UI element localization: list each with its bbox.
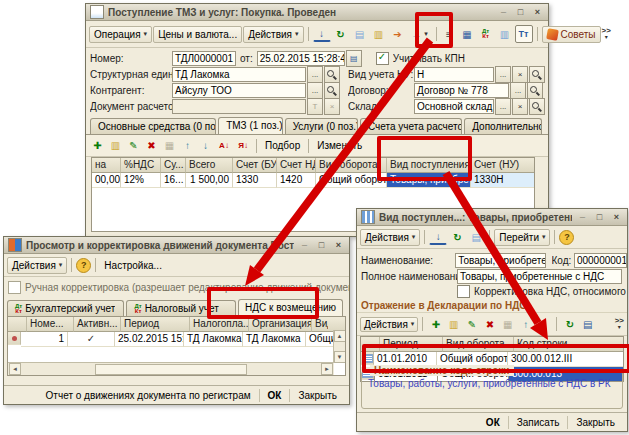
save-icon[interactable]: ↓ [429,230,447,245]
actions-menu-button[interactable]: Действия [360,317,418,332]
actions-menu-button[interactable]: Действия [243,26,303,43]
date-input[interactable]: 25.02.2015 15:28:4 [257,51,345,66]
t-button[interactable]: Т [307,98,323,115]
goto-menu-button[interactable]: Перейти [494,229,550,246]
calendar-icon[interactable]: ▤ [346,50,362,67]
lookup-button[interactable] [324,66,340,83]
add-row-icon[interactable]: ✚ [89,137,106,155]
cell-line-code[interactable]: 300.00.012.III [508,352,623,367]
new-document-icon[interactable]: ▤ [351,25,369,43]
cell-account-bu[interactable]: 1330 [233,173,277,188]
scroll-left-icon[interactable] [9,363,21,375]
close-button[interactable]: Закрыть [567,416,623,429]
column-header[interactable]: Организация [249,317,312,332]
copy-row-icon[interactable]: ▥ [445,315,462,333]
minimize-button[interactable] [576,212,589,223]
cell-number[interactable]: 1 [21,332,68,347]
column-header[interactable]: Активн... [74,317,121,332]
number-input[interactable]: ТДЛ0000001 [172,51,236,66]
column-header[interactable]: Налогопла... [190,317,249,332]
izmenit-button[interactable]: Изменить [313,140,366,151]
table-row[interactable]: 00,00 12% 16... 1 500,00 1330 1420 Общий… [92,173,534,188]
lookup-button[interactable] [529,98,545,115]
column-header[interactable]: Период [380,337,443,352]
cell-account-nu[interactable]: 1330Н [471,173,534,188]
column-header[interactable]: Вид оборота [316,158,387,173]
tab-fixed-assets[interactable]: Основные средства (0 поз.) [90,118,216,134]
toolbar-overflow-button[interactable]: >> [602,28,611,40]
prices-currency-button[interactable]: Цены и валюта... [153,26,242,43]
scroll-down-icon[interactable] [334,351,346,363]
window-titlebar[interactable]: Поступление ТМЗ и услуг: Покупка. Провед… [86,4,548,21]
document-arrow-icon[interactable]: ➔ [389,25,407,43]
tab-vat-refund[interactable]: НДС к возмещению [238,299,343,316]
help-icon[interactable]: ? [76,258,91,273]
clear-button[interactable]: × [512,66,528,83]
add-row-icon[interactable]: ✚ [427,315,444,333]
column-header[interactable]: Счет НДС [277,158,316,173]
table-row[interactable]: 1 ✓ 25.02.2015 15:28:... ТД Лакомка ТД Л… [8,332,345,347]
column-header[interactable]: Счет (НУ) [471,158,534,173]
ellipsis-button[interactable]: ... [495,98,511,115]
tab-settlement-accounts[interactable]: Счета учета расчетов [360,118,462,134]
cell-organization[interactable]: ТД Лакомка [243,332,306,347]
save-post-icon[interactable]: ↓ [313,26,331,42]
nu-kind-input[interactable]: Н [414,67,494,82]
ok-button[interactable]: ОК [478,416,508,429]
sort-ascending-icon[interactable]: А↓ [215,137,233,155]
close-button[interactable] [531,7,544,18]
clear-button[interactable]: × [512,98,528,115]
ellipsis-button[interactable]: ... [307,82,323,99]
scroll-up-icon[interactable] [334,330,346,342]
clear-button[interactable]: × [324,98,340,115]
actions-menu-button[interactable]: Действия [360,229,420,246]
cell-turnover-kind[interactable]: Общий оборот [316,173,387,188]
kpn-checkbox[interactable] [376,52,389,65]
movements-report-button[interactable]: Отчет о движениях документа по регистрам [38,389,259,402]
vat-adjustment-checkbox[interactable] [457,285,470,298]
column-header[interactable]: %НДС [121,158,161,173]
ellipsis-button[interactable]: ... [307,66,323,83]
maximize-button[interactable] [593,212,606,223]
document-journal-icon[interactable]: ▥ [496,25,514,43]
lookup-button[interactable] [324,82,340,99]
cell-price[interactable]: 00,00 [92,173,121,188]
column-header[interactable]: Вид поступления [387,158,471,173]
cell-account-vat[interactable]: 1420 [277,173,316,188]
close-button[interactable] [332,240,345,251]
send-icon[interactable]: → [408,25,432,43]
edit-row-icon[interactable]: ✎ [125,137,142,155]
contract-input[interactable]: Договор № 778 [414,83,509,98]
full-name-input[interactable]: Товары, приобретенные с НДС [457,269,622,284]
copy-document-icon[interactable]: ▥ [370,25,388,43]
code-input[interactable]: 000000001 [574,253,627,268]
find-icon[interactable]: ▤ [579,315,596,333]
tab-accounting[interactable]: ДтКт Бухгалтерский учет [7,300,124,316]
tab-tax-accounting[interactable]: ДтКт Налоговый учет [126,300,236,316]
settings-button[interactable]: Настройка... [100,260,166,271]
cell-vat-rate[interactable]: 12% [121,173,161,188]
cell-vat-sum[interactable]: 16... [161,173,186,188]
close-button[interactable] [610,212,623,223]
ellipsis-button[interactable]: ... [495,66,511,83]
lookup-button[interactable] [529,66,545,83]
save-button[interactable]: Записать [508,416,568,429]
move-down-icon[interactable]: ↓ [197,137,214,155]
refresh-icon[interactable]: ↻ [448,228,466,246]
tab-services[interactable]: Услуги (0 поз.) [285,118,358,134]
column-header[interactable]: Вид обо [312,317,328,332]
column-header[interactable]: Вид оборота [443,337,514,352]
sort-descending-icon[interactable]: Я↓ [234,137,252,155]
copy-row-icon[interactable]: ▥ [107,137,124,155]
window-titlebar[interactable]: Просмотр и корректировка движений докуме… [4,237,349,254]
delete-row-icon[interactable]: ✖ [481,315,498,333]
minimize-button[interactable] [298,240,311,251]
cell-taxpayer[interactable]: ТД Лакомка [184,332,243,347]
scrollbar-thumb[interactable] [95,364,247,375]
structural-unit-input[interactable]: ТД Лакомка [172,67,306,82]
delete-row-icon[interactable]: ✖ [143,137,160,155]
cell-total[interactable]: 1 500,00 [186,173,233,188]
maximize-button[interactable] [514,7,527,18]
actions-menu-button[interactable]: Действия [7,257,67,274]
new-item-icon[interactable]: ▤ [467,228,485,246]
